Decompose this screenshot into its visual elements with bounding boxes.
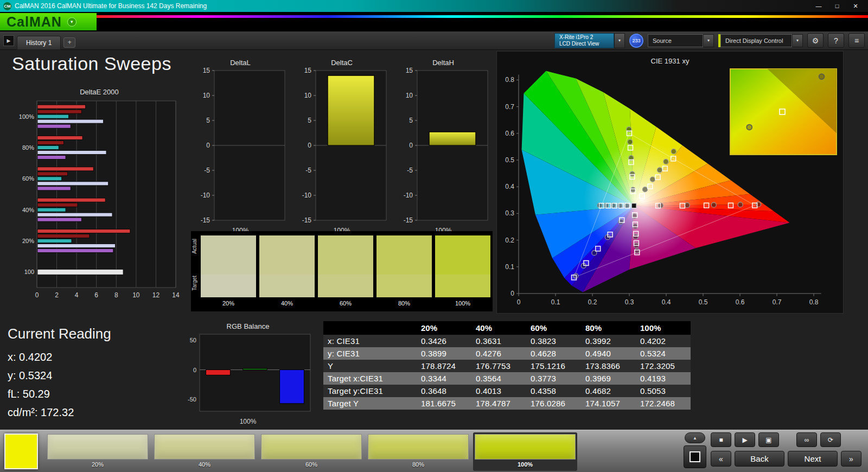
source-dropdown[interactable]: Source ▾ (648, 34, 714, 47)
table-col-header: 80% (581, 321, 636, 335)
swatch-column: 80% (376, 235, 432, 307)
table-cell: 0.4276 (471, 347, 526, 360)
svg-text:0: 0 (517, 298, 521, 306)
svg-text:15: 15 (304, 67, 312, 74)
app-icon: CM (3, 2, 11, 10)
svg-text:-10: -10 (201, 192, 210, 199)
next-button[interactable]: Next (788, 451, 838, 467)
svg-text:0.6: 0.6 (505, 130, 514, 137)
brand-bar: CalMAN ▾ (0, 12, 868, 31)
patch-label: 40% (154, 461, 255, 469)
table-cell: 0.4013 (471, 385, 526, 397)
page-title: Saturation Sweeps (12, 53, 171, 74)
swatch-column: 60% (318, 235, 373, 307)
table-cell: 0.4682 (581, 385, 636, 397)
table-row-label: x: CIE31 (323, 335, 417, 347)
patch-button-20%[interactable]: 20% (46, 432, 150, 471)
continuous-loop-icon[interactable]: ∞ (796, 432, 817, 447)
table-cell: 172.2468 (636, 397, 691, 410)
chevron-down-icon[interactable]: ▾ (703, 34, 714, 47)
calman-logo-button[interactable]: CalMAN ▾ (0, 13, 97, 30)
swatch-label: 40% (259, 297, 315, 307)
close-button[interactable]: ✕ (846, 1, 865, 11)
meter-line2: LCD Direct View (559, 41, 609, 47)
table-cell: 0.4358 (526, 385, 581, 397)
play-icon[interactable]: ▶ (735, 432, 755, 447)
collapse-up-icon[interactable]: ▲ (685, 432, 705, 443)
patch-label: 20% (47, 461, 148, 469)
rainbow-strip (97, 15, 868, 18)
deltae2000-title: DeltaE 2000 (15, 88, 183, 97)
svg-text:5: 5 (409, 117, 413, 124)
window-controls: — □ ✕ (809, 1, 865, 11)
patch-button-100%[interactable]: 100% (473, 432, 577, 471)
svg-text:0: 0 (193, 367, 196, 373)
table-row-label: Y (323, 360, 417, 372)
table-cell: 178.8724 (417, 360, 471, 372)
panel-toggle-icon[interactable]: ≡ (848, 33, 865, 48)
add-tab-button[interactable]: + (63, 37, 75, 48)
minimize-button[interactable]: — (809, 1, 828, 11)
toolbar: ▶ History 1 + X-Rite i1Pro 2 LCD Direct … (0, 31, 868, 50)
table-cell: 0.5324 (636, 347, 691, 360)
svg-text:0.7: 0.7 (505, 103, 514, 111)
svg-text:0.5: 0.5 (699, 298, 708, 306)
display-control-label: Direct Display Control (720, 34, 792, 47)
table-cell: 173.8366 (581, 360, 636, 372)
deltah-chart: DeltaH 151050-5-10-15 100% (395, 59, 491, 235)
table-corner (323, 321, 417, 335)
cie-title: CIE 1931 xy (497, 57, 843, 66)
logo-dropdown-icon[interactable]: ▾ (67, 17, 76, 27)
actual-swatch (318, 235, 373, 275)
svg-text:12: 12 (152, 291, 160, 299)
patch-button-60%[interactable]: 60% (259, 432, 363, 471)
refresh-icon[interactable]: ⟳ (820, 432, 841, 447)
capture-icon[interactable]: ▣ (758, 432, 779, 447)
swatch-label: 60% (318, 297, 373, 307)
reading-cdm2: cd/m²: 172.32 (8, 406, 170, 419)
pattern-window-button[interactable] (684, 445, 706, 468)
svg-text:-50: -50 (188, 396, 196, 403)
cie-chart: 00.10.20.30.40.50.60.70.800.10.20.30.40.… (496, 51, 844, 314)
tab-history-1[interactable]: History 1 (17, 36, 61, 50)
svg-text:-15: -15 (302, 216, 312, 224)
next-page-icon[interactable]: » (841, 451, 861, 467)
toolbar-right: X-Rite i1Pro 2 LCD Direct View ▾ 233 Sou… (554, 33, 865, 48)
deltac-title: DeltaC (294, 59, 390, 67)
chevron-down-icon[interactable]: ▾ (614, 33, 625, 48)
actual-swatch (201, 235, 256, 275)
session-arrow-button[interactable]: ▶ (3, 35, 14, 46)
help-icon[interactable]: ? (828, 33, 844, 48)
svg-text:15: 15 (203, 67, 210, 74)
deltae2000-chart: DeltaE 2000 02468101214100%80%60%40%20%1… (15, 88, 183, 311)
svg-text:-5: -5 (305, 167, 311, 174)
stop-icon[interactable]: ■ (711, 432, 731, 447)
settings-gear-icon[interactable]: ⚙ (807, 33, 824, 48)
patch-label: 80% (368, 461, 469, 469)
svg-text:0: 0 (308, 142, 311, 149)
svg-text:40%: 40% (22, 207, 34, 213)
svg-text:0.1: 0.1 (505, 263, 514, 271)
patch-buttons: 20%40%60%80%100% (46, 432, 577, 471)
transport-row: ■ ▶ ▣ ∞ ⟳ (711, 432, 841, 447)
svg-text:-15: -15 (404, 216, 413, 224)
svg-text:8: 8 (114, 291, 118, 299)
actual-row-label: Actual (192, 239, 197, 254)
meter-dropdown[interactable]: X-Rite i1Pro 2 LCD Direct View ▾ (554, 33, 625, 48)
swatch-strip: Actual Target 20%40%60%80%100% (191, 231, 493, 311)
actual-swatch (376, 235, 432, 275)
svg-text:-5: -5 (204, 167, 210, 174)
swatch-label: 80% (376, 297, 432, 307)
prev-page-icon[interactable]: « (711, 451, 731, 467)
chevron-down-icon[interactable]: ▾ (792, 34, 803, 47)
patch-button-40%[interactable]: 40% (152, 432, 257, 471)
back-button[interactable]: Back (735, 451, 784, 467)
table-cell: 176.7753 (471, 360, 526, 372)
table-row-label: Target y:CIE31 (323, 385, 417, 397)
svg-text:0.8: 0.8 (809, 298, 819, 306)
patch-button-80%[interactable]: 80% (366, 432, 470, 471)
swatch-column: 100% (435, 235, 490, 307)
display-control-dropdown[interactable]: Direct Display Control ▾ (718, 34, 803, 47)
maximize-button[interactable]: □ (828, 1, 846, 11)
deltal-chart: DeltaL 151050-5-10-15 100% (193, 59, 288, 235)
